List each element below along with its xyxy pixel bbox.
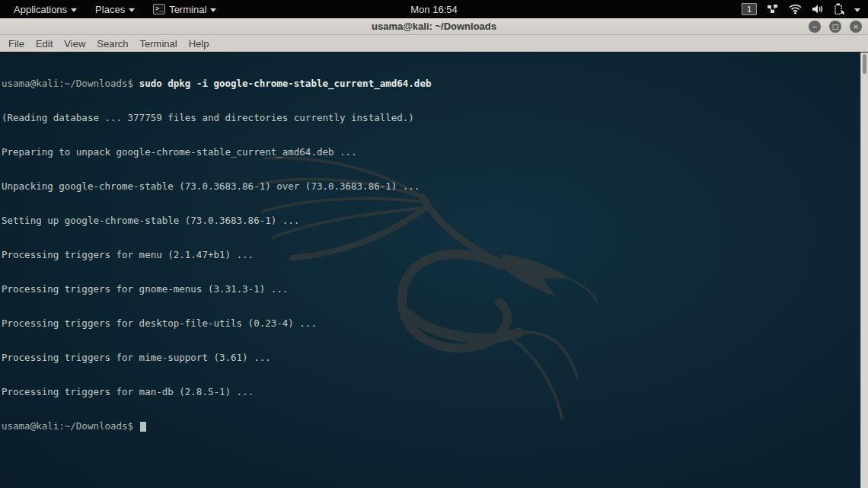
menu-view[interactable]: View bbox=[62, 37, 88, 51]
output-line: Processing triggers for man-db (2.8.5-1)… bbox=[2, 386, 859, 397]
wifi-icon[interactable] bbox=[789, 4, 802, 14]
chevron-down-icon bbox=[71, 8, 77, 12]
output-line: Preparing to unpack google-chrome-stable… bbox=[2, 146, 859, 158]
panel-right-section: 1 bbox=[742, 3, 868, 15]
chevron-down-icon bbox=[129, 8, 135, 12]
clock[interactable]: Mon 16:54 bbox=[403, 2, 464, 17]
entered-command: sudo dpkg -i google-chrome-stable_curren… bbox=[139, 78, 432, 89]
chevron-down-icon bbox=[210, 8, 216, 12]
output-line: Setting up google-chrome-stable (73.0.36… bbox=[2, 215, 859, 226]
menu-search[interactable]: Search bbox=[94, 37, 130, 51]
scrollbar-thumb[interactable] bbox=[863, 54, 866, 74]
minimize-button[interactable]: − bbox=[809, 21, 821, 33]
shell-prompt: usama@kali:~/Downloads$ bbox=[2, 78, 139, 89]
network-workgroup-icon[interactable] bbox=[767, 4, 779, 14]
output-line: (Reading database ... 377759 files and d… bbox=[2, 112, 859, 123]
close-button[interactable]: × bbox=[850, 21, 862, 33]
text-cursor bbox=[140, 422, 146, 432]
battery-icon[interactable] bbox=[834, 3, 844, 15]
terminal-buffer: usama@kali:~/Downloads$ sudo dpkg -i goo… bbox=[0, 53, 860, 457]
terminal-app-menu-label: Terminal bbox=[169, 4, 206, 15]
terminal-icon: >_ bbox=[153, 4, 165, 14]
output-line: Processing triggers for gnome-menus (3.3… bbox=[2, 283, 859, 295]
output-line: Processing triggers for mime-support (3.… bbox=[2, 352, 859, 363]
command-line: usama@kali:~/Downloads$ sudo dpkg -i goo… bbox=[2, 78, 859, 89]
menu-edit[interactable]: Edit bbox=[34, 37, 55, 51]
terminal-menubar: File Edit View Search Terminal Help bbox=[0, 35, 868, 53]
output-line: Processing triggers for desktop-file-uti… bbox=[2, 317, 859, 329]
maximize-button[interactable]: □ bbox=[829, 21, 841, 33]
applications-menu[interactable]: Applications bbox=[6, 2, 85, 17]
shell-prompt: usama@kali:~/Downloads$ bbox=[2, 420, 139, 432]
terminal-screen[interactable]: usama@kali:~/Downloads$ sudo dpkg -i goo… bbox=[0, 53, 860, 488]
panel-left-section: Applications Places >_ Terminal bbox=[0, 2, 224, 17]
places-menu-label: Places bbox=[95, 4, 125, 15]
window-controls: − □ × bbox=[809, 21, 868, 33]
places-menu[interactable]: Places bbox=[88, 2, 142, 17]
window-title: usama@kali: ~/Downloads bbox=[0, 21, 868, 32]
top-panel: Applications Places >_ Terminal Mon 16:5… bbox=[0, 0, 868, 18]
output-line: Unpacking google-chrome-stable (73.0.368… bbox=[2, 180, 859, 192]
window-titlebar: usama@kali: ~/Downloads − □ × bbox=[0, 18, 868, 35]
menu-terminal[interactable]: Terminal bbox=[138, 37, 180, 51]
current-prompt-line: usama@kali:~/Downloads$ bbox=[2, 420, 859, 432]
menu-help[interactable]: Help bbox=[187, 37, 212, 51]
terminal-app-menu[interactable]: >_ Terminal bbox=[145, 2, 224, 17]
applications-menu-label: Applications bbox=[14, 4, 67, 15]
chevron-down-icon[interactable] bbox=[854, 8, 860, 12]
workspace-indicator[interactable]: 1 bbox=[742, 3, 757, 15]
menu-file[interactable]: File bbox=[6, 37, 27, 51]
scrollbar[interactable] bbox=[860, 53, 868, 488]
volume-icon[interactable] bbox=[812, 4, 824, 14]
output-line: Processing triggers for menu (2.1.47+b1)… bbox=[2, 249, 859, 260]
